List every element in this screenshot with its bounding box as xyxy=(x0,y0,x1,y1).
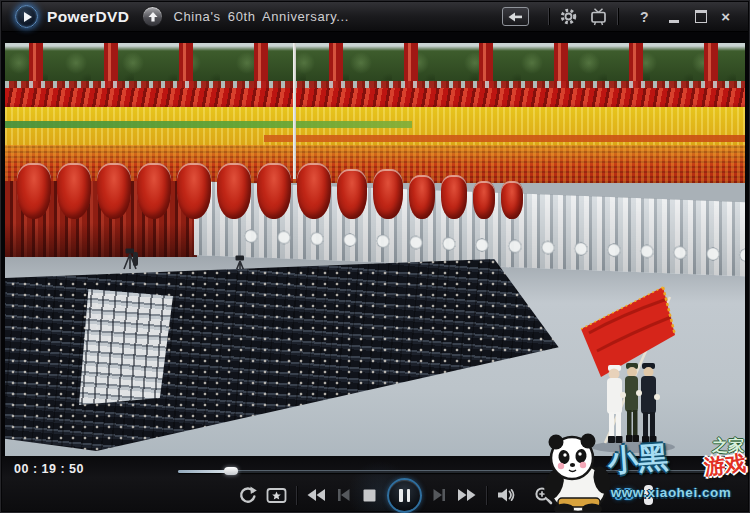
eject-up-icon[interactable] xyxy=(142,6,163,27)
watermark-site-name: 小黑 xyxy=(607,442,669,476)
next-chapter-icon[interactable] xyxy=(431,486,448,504)
settings-gear-icon[interactable] xyxy=(558,6,578,28)
pause-button[interactable] xyxy=(387,478,422,513)
snapshot-icon[interactable] xyxy=(266,486,287,504)
video-frame[interactable] xyxy=(5,43,745,456)
watermark-url: www.xiaohei.com xyxy=(596,486,746,500)
scene-red-drums-row xyxy=(17,155,741,219)
restore-mode-button[interactable] xyxy=(502,7,529,26)
rotate-icon[interactable] xyxy=(238,486,257,505)
fast-forward-icon[interactable] xyxy=(457,486,477,504)
left-arrow-icon xyxy=(507,11,524,23)
previous-chapter-icon[interactable] xyxy=(335,486,352,504)
scene-orange-flower-stripe xyxy=(264,135,745,142)
watermark-badge: 游戏 xyxy=(703,452,747,477)
seek-progress-thumb[interactable] xyxy=(178,470,231,473)
maximize-button[interactable] xyxy=(695,10,707,23)
site-watermark: 小黑 之家 游戏 www.xiaohei.com xyxy=(544,436,749,512)
media-title: China's 60th Anniversary... xyxy=(173,9,348,24)
titlebar-divider xyxy=(617,8,618,25)
close-button[interactable]: × xyxy=(715,7,736,27)
rewind-icon[interactable] xyxy=(306,486,326,504)
elapsed-time: 00 : 19 : 50 xyxy=(14,462,84,476)
app-name: PowerDVD xyxy=(47,8,129,26)
scene-flag-bearers xyxy=(571,277,713,456)
help-button[interactable]: ? xyxy=(627,6,661,28)
titlebar-divider xyxy=(548,8,549,25)
cameraman-figure xyxy=(121,246,139,270)
tv-mode-icon[interactable] xyxy=(588,6,608,28)
scene-green-uniform-columns xyxy=(157,293,191,399)
volume-icon[interactable] xyxy=(496,486,516,504)
scene-green-flower-stripe xyxy=(5,121,412,128)
up-arrow-icon xyxy=(147,11,159,23)
minimize-button[interactable] xyxy=(669,20,679,23)
stop-icon[interactable] xyxy=(361,487,378,504)
player-window: PowerDVD China's 60th Anniversary... xyxy=(0,0,750,513)
powerdvd-logo-icon xyxy=(15,5,38,28)
titlebar[interactable]: PowerDVD China's 60th Anniversary... xyxy=(2,2,748,32)
controls-divider xyxy=(486,486,487,505)
controls-divider xyxy=(296,486,297,505)
watermark-text: 小黑 之家 游戏 www.xiaohei.com xyxy=(608,438,746,482)
